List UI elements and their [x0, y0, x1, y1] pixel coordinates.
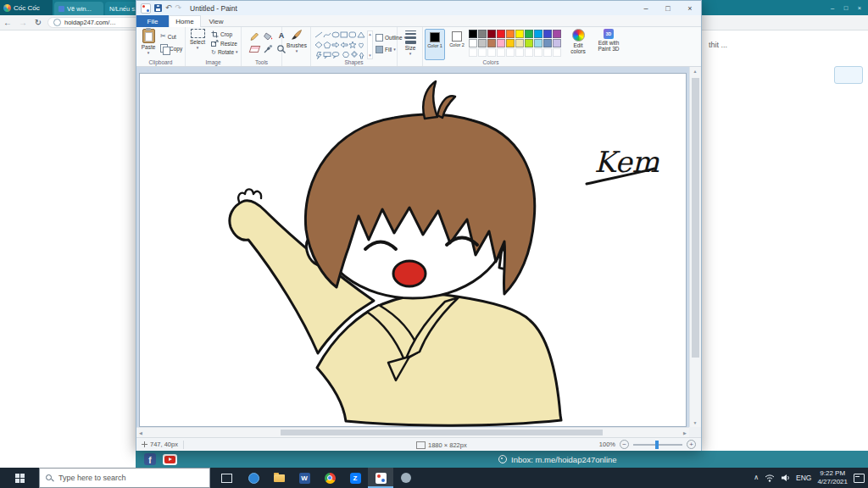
zoom-slider-thumb[interactable] — [655, 441, 659, 449]
crop-button[interactable]: Crop — [211, 30, 232, 38]
scroll-up-icon[interactable]: ▲ — [690, 69, 700, 74]
clock[interactable]: 9:22 PM 4/27/2021 — [817, 469, 848, 487]
cut-button[interactable]: ✂ Cut — [160, 33, 176, 40]
tray-chevron-up-icon[interactable]: ∧ — [754, 474, 759, 481]
palette-swatch[interactable] — [497, 30, 505, 38]
browser-brand[interactable]: Cốc Cốc — [0, 0, 53, 15]
notification-center-icon[interactable] — [854, 474, 865, 483]
select-button[interactable]: Select ▾ — [187, 29, 208, 50]
maximize-button[interactable]: □ — [657, 1, 679, 15]
back-icon[interactable]: ← — [0, 18, 15, 27]
brushes-button[interactable]: Brushes ▾ — [286, 29, 308, 53]
copy-button[interactable]: Copy — [160, 44, 182, 53]
palette-swatch[interactable] — [515, 30, 524, 38]
palette-swatch[interactable] — [469, 39, 477, 47]
close-button[interactable]: × — [679, 1, 701, 15]
palette-swatch-empty[interactable] — [525, 48, 533, 57]
scroll-right-icon[interactable]: ▶ — [682, 430, 688, 435]
redo-icon[interactable]: ↷ — [175, 4, 182, 12]
palette-swatch-empty[interactable] — [469, 48, 477, 57]
scroll-down-icon[interactable]: ▼ — [690, 420, 700, 425]
tab-view[interactable]: View — [201, 15, 231, 27]
tab-file[interactable]: File — [136, 15, 169, 27]
color1-button[interactable]: Color 1 — [425, 29, 445, 60]
edit-colors-button[interactable]: Edit colors — [565, 29, 591, 54]
forward-icon[interactable]: → — [15, 18, 31, 27]
task-view-button[interactable] — [214, 468, 239, 488]
palette-swatch-empty[interactable] — [487, 48, 496, 57]
facebook-icon[interactable]: f — [144, 453, 156, 465]
vertical-scrollbar[interactable]: ▲ ▼ — [689, 67, 701, 427]
fill-button[interactable]: Fill ▾ — [376, 46, 396, 53]
color-picker-tool[interactable] — [262, 43, 274, 54]
taskbar-app-coccoc[interactable] — [241, 468, 266, 488]
browser-maximize-button[interactable]: □ — [839, 4, 853, 12]
language-indicator[interactable]: ENG — [796, 474, 811, 482]
palette-swatch[interactable] — [469, 30, 477, 38]
taskbar-app-explorer[interactable] — [266, 468, 292, 488]
taskbar-app-paint[interactable] — [368, 468, 393, 488]
palette-swatch-empty[interactable] — [497, 48, 505, 57]
shapes-scrollbar[interactable]: ▲ ▼ — [367, 30, 373, 59]
palette-swatch[interactable] — [553, 30, 561, 38]
save-icon[interactable] — [154, 4, 162, 12]
reload-icon[interactable]: ↻ — [31, 18, 46, 27]
taskbar-app-chrome[interactable] — [317, 468, 342, 488]
palette-swatch[interactable] — [515, 39, 524, 47]
palette-swatch[interactable] — [525, 30, 533, 38]
page-widget[interactable] — [834, 66, 863, 84]
scroll-left-icon[interactable]: ◀ — [137, 430, 144, 435]
youtube-icon[interactable] — [163, 454, 177, 465]
zoom-in-button[interactable]: + — [687, 440, 696, 449]
footer-inbox[interactable]: Inbox: m.me/hoidap247online — [498, 451, 617, 468]
shapes-grid[interactable] — [314, 30, 365, 59]
pencil-tool[interactable] — [248, 30, 260, 42]
palette-swatch-empty[interactable] — [506, 48, 515, 57]
wifi-icon[interactable] — [765, 474, 775, 482]
palette-swatch[interactable] — [478, 39, 487, 47]
browser-tab-1[interactable]: Vẽ win... — [54, 2, 103, 15]
palette-swatch[interactable] — [543, 39, 552, 47]
taskbar-app-word[interactable]: W — [292, 468, 317, 488]
palette-swatch-empty[interactable] — [478, 48, 487, 57]
edit-paint3d-button[interactable]: 3D Edit with Paint 3D — [594, 29, 623, 52]
palette-swatch-empty[interactable] — [543, 48, 552, 57]
taskbar-search[interactable]: Type here to search — [39, 468, 210, 488]
zoom-out-button[interactable]: − — [620, 440, 629, 449]
resize-button[interactable]: Resize — [211, 40, 237, 47]
horizontal-scroll-thumb[interactable] — [281, 430, 603, 435]
browser-close-button[interactable]: × — [853, 4, 866, 12]
palette-swatch[interactable] — [553, 39, 561, 47]
undo-icon[interactable]: ↶ — [165, 4, 172, 12]
browser-minimize-button[interactable]: – — [826, 4, 839, 12]
rotate-button[interactable]: ↻ Rotate ▾ — [211, 49, 238, 55]
eraser-tool[interactable] — [248, 43, 260, 54]
palette-swatch[interactable] — [497, 39, 505, 47]
tab-home[interactable]: Home — [169, 15, 201, 27]
color2-button[interactable]: Color 2 — [447, 29, 467, 60]
palette-swatch[interactable] — [478, 30, 487, 38]
palette-swatch[interactable] — [487, 30, 496, 38]
taskbar-app-zalo[interactable]: Z — [342, 468, 368, 488]
fill-tool[interactable] — [262, 30, 274, 42]
paint-app-icon[interactable] — [141, 3, 151, 14]
palette-swatch-empty[interactable] — [553, 48, 561, 57]
start-button[interactable] — [0, 468, 39, 488]
drawing-canvas[interactable]: Kem — [139, 73, 687, 427]
palette-swatch[interactable] — [506, 30, 515, 38]
vertical-scroll-thumb[interactable] — [692, 78, 699, 358]
palette-swatch-empty[interactable] — [534, 48, 542, 57]
palette-swatch-empty[interactable] — [515, 48, 524, 57]
horizontal-scrollbar[interactable]: ◀ ▶ — [136, 427, 689, 437]
palette-swatch[interactable] — [534, 30, 542, 38]
speaker-icon[interactable] — [781, 474, 790, 482]
size-button[interactable]: Size ▾ — [399, 29, 421, 56]
minimize-button[interactable]: – — [635, 1, 657, 15]
palette-swatch[interactable] — [487, 39, 496, 47]
palette-swatch[interactable] — [534, 39, 542, 47]
paste-button[interactable]: Paste ▾ — [139, 29, 158, 55]
palette-swatch[interactable] — [543, 30, 552, 38]
zoom-slider[interactable] — [633, 444, 682, 446]
palette-swatch[interactable] — [525, 39, 533, 47]
taskbar-app-other[interactable] — [393, 468, 419, 488]
